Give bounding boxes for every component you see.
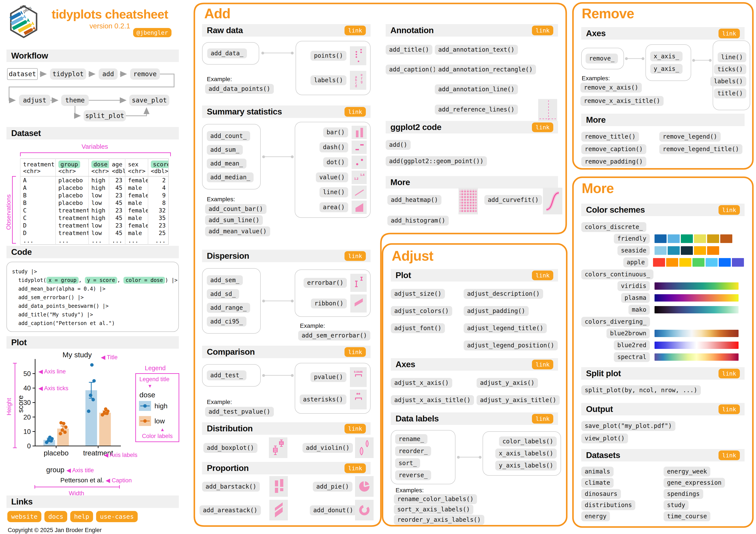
chart-caption: Petterson et al. ◀ Caption — [60, 476, 132, 484]
color-swatch — [706, 258, 718, 267]
function-pill: line() — [319, 187, 348, 197]
website-link[interactable]: website — [7, 511, 41, 522]
adjust-axes-link[interactable]: link — [532, 360, 553, 369]
connector — [693, 60, 711, 61]
color-schemes-link[interactable]: link — [718, 205, 740, 215]
function-pill: add_heatmap() — [387, 195, 442, 205]
function-pill: save_plot("my_plot.pdf") — [581, 421, 675, 431]
color-swatch — [720, 234, 732, 243]
dataset-pill: time_course — [663, 511, 710, 521]
colors-diverging-pill: colors_diverging_ — [581, 317, 650, 327]
example-pill: add_data_points() — [205, 84, 274, 94]
function-pill: adjust_size() — [391, 289, 445, 299]
function-pill: adjust_x_axis_title() — [391, 395, 474, 405]
line-icon — [352, 186, 367, 199]
function-pill: add_reference_lines() — [435, 105, 518, 114]
adjust-data-labels-bar: Data labels link — [391, 412, 558, 425]
function-pill: add_donut() — [310, 505, 357, 515]
table-row: Dtreatmentlow45male25 — [20, 229, 169, 237]
comparison-title: Comparison — [207, 347, 255, 357]
dataset-table: treatment<chr>group<chr>dose<chr>age<dbl… — [20, 158, 169, 245]
color-swatch — [668, 246, 680, 255]
connector — [263, 156, 293, 157]
function-pill: errorbar() — [304, 278, 347, 288]
function-pill: dot() — [323, 157, 348, 167]
points-icon — [350, 46, 366, 65]
function-pill: bar() — [323, 127, 348, 137]
legend-title: dose — [139, 391, 155, 399]
code-line: add_data_points_beeswarm() |> — [12, 302, 173, 310]
output-link[interactable]: link — [718, 404, 740, 414]
adjust-plot-link[interactable]: link — [532, 270, 553, 280]
annotation-link[interactable]: link — [532, 26, 553, 35]
function-pill: y_axis_labels() — [495, 461, 557, 470]
raw-data-bar: Raw data link — [202, 24, 370, 37]
split-plot-link[interactable]: link — [718, 369, 740, 378]
function-pill: adjust_colors() — [391, 306, 452, 316]
function-pill: add_sum_ — [207, 145, 243, 155]
dataset-pill: gene_expression — [663, 478, 725, 488]
function-pill: add_ci95_ — [207, 317, 247, 326]
raw-target-box: points() labels() abcdefg — [296, 41, 370, 95]
palette-row-spectral: spectral — [581, 352, 745, 362]
comparison-link[interactable]: link — [344, 347, 366, 357]
color-swatch — [707, 246, 719, 255]
remove-axes-link[interactable]: link — [718, 29, 740, 38]
author-handle-badge[interactable]: @jbengler — [133, 28, 172, 37]
color-swatch — [666, 258, 678, 267]
datasets-link[interactable]: link — [718, 450, 740, 460]
remove-axes-title: Axes — [586, 29, 606, 38]
dataset-pill: spendings — [663, 489, 703, 499]
legend-entry-low: low — [139, 416, 165, 426]
data-labels-link[interactable]: link — [532, 414, 553, 423]
height-label: Height — [6, 398, 13, 416]
dispersion-link[interactable]: link — [344, 251, 366, 261]
table-column-header: dose<chr> — [89, 159, 109, 176]
svg-text:50: 50 — [23, 370, 31, 377]
workflow-node-split-plot: split_plot — [85, 112, 124, 120]
function-pill: dash() — [319, 142, 348, 152]
summary-link[interactable]: link — [344, 107, 366, 117]
help-link[interactable]: help — [70, 511, 93, 522]
area-icon — [352, 201, 367, 214]
use-cases-link[interactable]: use-cases — [96, 511, 138, 522]
ggplot2-link[interactable]: link — [532, 122, 553, 132]
workflow-nodes: dataset tidyplot add remove adjust theme… — [7, 68, 169, 121]
docs-link[interactable]: docs — [44, 511, 67, 522]
distribution-link[interactable]: link — [344, 424, 366, 434]
example-pill: rename_color_labels() — [394, 494, 477, 504]
svg-text:g: g — [361, 80, 363, 84]
remove-more-title: More — [586, 115, 606, 125]
proportion-link[interactable]: link — [344, 463, 366, 473]
function-pill: reverse_ — [395, 470, 431, 480]
raw-source-box: add_data_ — [202, 42, 259, 64]
workflow-node-add: add — [102, 70, 114, 78]
ggplot2-code-bar: ggplot2 code link — [386, 121, 558, 134]
workflow-node-dataset: dataset — [9, 70, 36, 78]
color-swatch — [694, 246, 706, 255]
function-pill: ribbon() — [311, 298, 347, 308]
function-pill: add_areastack() — [200, 505, 261, 515]
asterisks-icon: ** — [350, 390, 367, 409]
datasets-title: Datasets — [586, 450, 620, 460]
table-row: .................. — [20, 237, 169, 244]
adjust-plot-title: Plot — [395, 270, 411, 280]
function-pill: y_axis_ — [650, 64, 683, 74]
palette-row-blue2red: blue2red — [581, 340, 745, 350]
function-pill: add_mean_ — [207, 159, 247, 168]
data-labels-target-box: color_labels() x_axis_labels() y_axis_la… — [483, 431, 561, 476]
arrow-left-icon: ◀ — [38, 368, 43, 375]
color-labels-annotation: Color labels — [142, 433, 173, 440]
function-pill: sort_ — [395, 458, 420, 468]
raw-data-link[interactable]: link — [344, 26, 366, 35]
function-pill: add_range_ — [207, 303, 250, 313]
color-swatch — [707, 234, 719, 243]
function-pill: add_sem_ — [207, 275, 243, 285]
remove-axes-bar: Axes link — [581, 27, 744, 39]
function-pill: adjust_legend_title() — [464, 323, 547, 333]
function-pill: area() — [319, 202, 348, 212]
function-pill: add_annotation_rectangle() — [435, 64, 536, 74]
comparison-source-box: add_test_ — [202, 364, 261, 387]
function-pill: adjust_font() — [391, 323, 445, 333]
svg-text:0.0446: 0.0446 — [354, 370, 363, 373]
